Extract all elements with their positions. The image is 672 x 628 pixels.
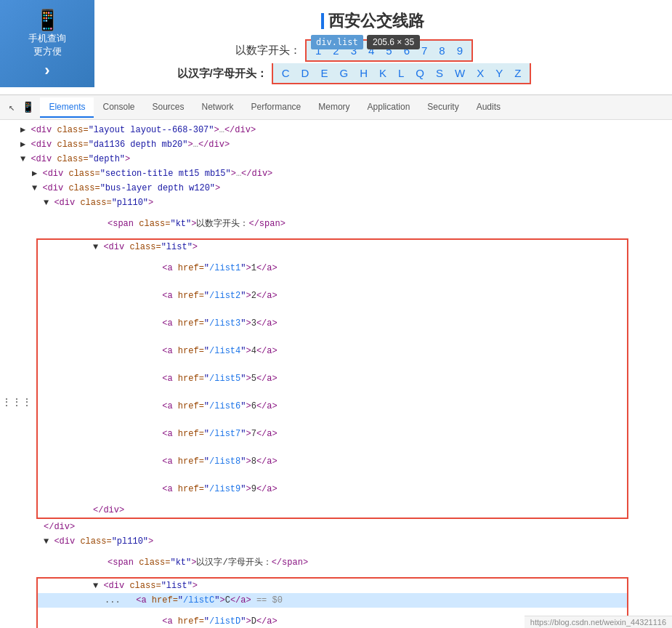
expand-icon[interactable]: ▼ xyxy=(20,153,25,166)
phone-line1: 手机查询 xyxy=(28,32,66,45)
expand-icon[interactable]: ▶ xyxy=(20,124,25,137)
letter-Z[interactable]: Z xyxy=(514,67,521,79)
devtools-tab-bar: ↖ 📱 Elements Console Sources Network Per… xyxy=(0,95,672,120)
html-line[interactable]: ▶ <div class="section-title mt15 mb15">…… xyxy=(0,166,672,181)
html-line[interactable]: </div> xyxy=(38,503,627,518)
title-bar xyxy=(321,13,324,29)
html-line[interactable]: <a href="/list4">4</a> xyxy=(38,337,627,365)
phone-icon: 📱 xyxy=(35,8,60,32)
letter-section: 以汉字/字母开头： C D E G H K L Q S W X Y Z xyxy=(177,63,532,84)
expand-icon[interactable]: ▼ xyxy=(32,182,37,195)
letter-E[interactable]: E xyxy=(320,67,328,79)
expand-icon[interactable]: ▼ xyxy=(93,579,98,592)
devtools-content: ⋮⋮⋮ ▶ <div class="layout layout--668-307… xyxy=(0,120,672,628)
sidebar-dots[interactable]: ⋮⋮⋮ xyxy=(1,396,32,408)
letter-K[interactable]: K xyxy=(379,67,386,79)
page-title: 西安公交线路 xyxy=(321,10,424,32)
tab-security[interactable]: Security xyxy=(418,97,467,118)
num-8[interactable]: 8 xyxy=(439,44,445,57)
letter-X[interactable]: X xyxy=(477,67,484,79)
phone-banner[interactable]: 📱 手机查询 更方便 › xyxy=(0,0,94,87)
device-icon[interactable]: 📱 xyxy=(19,101,37,113)
letter-W[interactable]: W xyxy=(455,67,465,79)
cursor-icon[interactable]: ↖ xyxy=(6,101,17,113)
html-line[interactable]: ▶ <div class="da1136 depth mb20">…</div> xyxy=(0,137,672,152)
tab-elements[interactable]: Elements xyxy=(40,97,94,118)
html-line[interactable]: <a href="/list1">1</a> xyxy=(38,254,627,282)
letters-box: C D E G H K L Q S W X Y Z xyxy=(272,63,532,84)
phone-line2: 更方便 xyxy=(33,45,62,58)
expand-icon[interactable]: ▶ xyxy=(32,167,37,180)
html-line[interactable]: ▼ <div class="list"> xyxy=(38,240,627,254)
html-line[interactable]: <a href="/list9">9</a> xyxy=(38,475,627,503)
expand-icon[interactable]: ▼ xyxy=(44,196,49,209)
webpage-preview: 📱 手机查询 更方便 › 西安公交线路 div.list 205.6 × 35 … xyxy=(0,0,672,94)
html-line[interactable]: <a href="/list7">7</a> xyxy=(38,420,627,448)
html-line[interactable]: ▼ <div class="pl110"> xyxy=(0,534,672,549)
expand-icon[interactable]: ▶ xyxy=(20,138,25,151)
tab-network[interactable]: Network xyxy=(193,97,243,118)
html-line[interactable]: ▼ <div class="depth"> xyxy=(0,152,672,166)
tab-performance[interactable]: Performance xyxy=(243,97,310,118)
html-line[interactable]: <a href="/list2">2</a> xyxy=(38,282,627,310)
expand-icon[interactable]: ▼ xyxy=(93,241,98,254)
letter-S[interactable]: S xyxy=(436,67,443,79)
letter-label: 以汉字/字母开头： xyxy=(177,67,267,81)
status-bar: https://blog.csdn.net/weixin_44321116 xyxy=(525,616,672,628)
html-line-selected[interactable]: ... <a href="/listC">C</a> == $0 xyxy=(38,593,627,608)
html-line[interactable]: <a href="/list6">6</a> xyxy=(38,392,627,420)
expand-icon[interactable]: ▼ xyxy=(44,535,49,548)
letter-D[interactable]: D xyxy=(301,67,309,79)
html-line[interactable]: </div> xyxy=(0,520,672,534)
html-line[interactable]: <a href="/list3">3</a> xyxy=(38,310,627,337)
tab-application[interactable]: Application xyxy=(359,97,419,118)
letter-C[interactable]: C xyxy=(282,67,290,79)
html-line[interactable]: ▶ <div class="layout layout--668-307">…<… xyxy=(0,123,672,137)
html-line[interactable]: ▼ <div class="bus-layer depth w120"> xyxy=(0,181,672,196)
tab-memory[interactable]: Memory xyxy=(309,97,358,118)
letter-Q[interactable]: Q xyxy=(416,67,424,79)
num-7[interactable]: 7 xyxy=(421,44,427,57)
number-label: 以数字开头： xyxy=(235,44,301,57)
html-line[interactable]: <a href="/list8">8</a> xyxy=(38,448,627,475)
phone-arrow: › xyxy=(44,61,49,80)
title-text: 西安公交线路 xyxy=(328,10,424,32)
divlist-label: div.list xyxy=(311,35,363,49)
letter-L[interactable]: L xyxy=(398,67,404,79)
devtools-panel: ↖ 📱 Elements Console Sources Network Per… xyxy=(0,94,672,628)
tab-audits[interactable]: Audits xyxy=(468,97,509,118)
html-line[interactable]: ▼ <div class="list"> xyxy=(38,579,627,593)
letter-Y[interactable]: Y xyxy=(495,67,503,79)
html-line[interactable]: <span class="kt">以汉字/字母开头：</span> xyxy=(0,549,672,576)
html-line[interactable]: <span class="kt">以数字开头：</span> xyxy=(0,210,672,238)
html-line[interactable]: ▼ <div class="pl110"> xyxy=(0,196,672,210)
tab-console[interactable]: Console xyxy=(94,97,143,118)
divlist-size-tooltip: 205.6 × 35 xyxy=(367,35,420,49)
num-9[interactable]: 9 xyxy=(457,44,463,57)
first-div-group: ▼ <div class="list"> <a href="/list1">1<… xyxy=(36,238,628,519)
html-line[interactable]: <a href="/list5">5</a> xyxy=(38,365,627,392)
letter-G[interactable]: G xyxy=(339,67,348,79)
letter-H[interactable]: H xyxy=(360,67,368,79)
tab-sources[interactable]: Sources xyxy=(144,97,193,118)
